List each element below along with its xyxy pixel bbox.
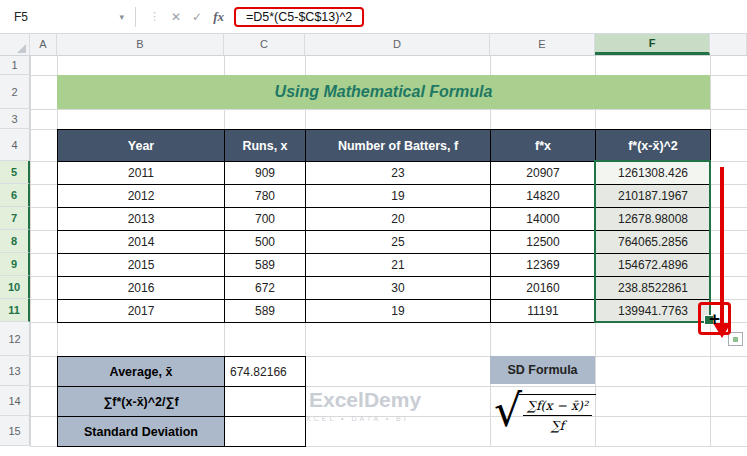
fill-cursor-icon: + xyxy=(709,309,720,328)
cell-B7[interactable]: 2013 xyxy=(58,208,225,231)
cell-F10[interactable]: 238.8522861 xyxy=(596,277,711,300)
cell-C6[interactable]: 780 xyxy=(225,185,306,208)
formula-text-highlighted: =D5*(C5-$C$13)^2 xyxy=(234,7,364,27)
row-header-5[interactable]: 5 xyxy=(0,161,30,184)
data-table: Year Runs, x Number of Batters, f f*x f*… xyxy=(57,129,711,323)
row-header-13[interactable]: 13 xyxy=(0,356,30,386)
exceldemy-watermark: ExcelDemy EXCEL • DATA • BI xyxy=(286,388,421,422)
row-header-12[interactable]: 12 xyxy=(0,322,30,356)
cell-F11[interactable]: 139941.7763 xyxy=(596,300,711,323)
column-header-e[interactable]: E xyxy=(490,33,595,55)
header-f-x-xbar-sq[interactable]: f*(x-x̄)^2 xyxy=(596,130,711,162)
chevron-down-icon[interactable]: ▾ xyxy=(119,12,124,22)
watermark-tagline: EXCEL • DATA • BI xyxy=(298,415,408,422)
cell-B5[interactable]: 2011 xyxy=(58,162,225,185)
gridline xyxy=(30,55,31,446)
cell-B13-average-label[interactable]: Average, x̄ xyxy=(58,357,225,387)
cell-C8[interactable]: 500 xyxy=(225,231,306,254)
cell-E5[interactable]: 20907 xyxy=(491,162,596,185)
row-header-15[interactable]: 15 xyxy=(0,416,30,446)
corner-triangle-icon xyxy=(17,44,26,53)
name-box[interactable]: F5 ▾ xyxy=(6,5,132,29)
row-header-8[interactable]: 8 xyxy=(0,230,30,253)
cell-E8[interactable]: 12500 xyxy=(491,231,596,254)
cell-B8[interactable]: 2014 xyxy=(58,231,225,254)
summary-table: Average, x̄ 674.82166 ∑f*(x-x̄)^2/∑f Sta… xyxy=(57,356,306,447)
cancel-icon[interactable]: ✕ xyxy=(171,10,181,24)
cell-E6[interactable]: 14820 xyxy=(491,185,596,208)
cell-D6[interactable]: 19 xyxy=(306,185,491,208)
select-all-corner[interactable] xyxy=(0,33,30,55)
cell-C5[interactable]: 909 xyxy=(225,162,306,185)
sheet-body[interactable]: 123456789101112131415 Using Mathematical… xyxy=(0,55,747,456)
row-header-3[interactable]: 3 xyxy=(0,109,30,129)
column-header-filler xyxy=(710,33,747,55)
cell-F5-active[interactable]: 1261308.426 xyxy=(596,162,711,185)
cell-D9[interactable]: 21 xyxy=(306,254,491,277)
row-header-9[interactable]: 9 xyxy=(0,253,30,276)
column-header-row: A B C D E F xyxy=(0,33,747,56)
cell-F9[interactable]: 154672.4896 xyxy=(596,254,711,277)
cell-D11[interactable]: 19 xyxy=(306,300,491,323)
cell-B10[interactable]: 2016 xyxy=(58,277,225,300)
formula-bar: F5 ▾ ⋮ ✕ ✓ fx =D5*(C5-$C$13)^2 xyxy=(0,0,747,34)
cell-E9[interactable]: 12369 xyxy=(491,254,596,277)
equation-denominator: ∑f xyxy=(551,416,565,433)
divider xyxy=(135,7,136,27)
cell-D7[interactable]: 20 xyxy=(306,208,491,231)
cell-C9[interactable]: 589 xyxy=(225,254,306,277)
cell-F6[interactable]: 210187.1967 xyxy=(596,185,711,208)
cell-B15-stdev-label[interactable]: Standard Deviation xyxy=(58,417,225,447)
column-header-b[interactable]: B xyxy=(57,33,224,55)
row-header-11[interactable]: 11 xyxy=(0,299,30,322)
cell-E13-sd-formula-label[interactable]: SD Formula xyxy=(490,356,595,384)
column-header-d[interactable]: D xyxy=(305,33,490,55)
cell-F7[interactable]: 12678.98008 xyxy=(596,208,711,231)
gridline xyxy=(30,109,747,110)
column-header-f-selected[interactable]: F xyxy=(595,33,710,55)
equation-numerator: ∑f(x − x̄)² xyxy=(523,398,592,416)
cell-C7[interactable]: 700 xyxy=(225,208,306,231)
watermark-name: ExcelDemy xyxy=(309,388,421,412)
row-header-6[interactable]: 6 xyxy=(0,184,30,207)
header-fx[interactable]: f*x xyxy=(491,130,596,162)
row-header-7[interactable]: 7 xyxy=(0,207,30,230)
sd-equation-object[interactable]: √ ∑f(x − x̄)² ∑f xyxy=(494,391,596,433)
cell-D10[interactable]: 30 xyxy=(306,277,491,300)
header-year[interactable]: Year xyxy=(58,130,225,162)
row-header-14[interactable]: 14 xyxy=(0,386,30,416)
row-header-1[interactable]: 1 xyxy=(0,55,30,75)
formula-input[interactable]: =D5*(C5-$C$13)^2 xyxy=(234,7,747,27)
row-header-4[interactable]: 4 xyxy=(0,129,30,161)
radical-sign-icon: √ xyxy=(494,390,522,432)
column-header-a[interactable]: A xyxy=(30,33,57,55)
column-header-c[interactable]: C xyxy=(224,33,305,55)
cell-B14-variance-label[interactable]: ∑f*(x-x̄)^2/∑f xyxy=(58,387,225,417)
insert-function-icon[interactable]: fx xyxy=(213,9,224,25)
cell-C10[interactable]: 672 xyxy=(225,277,306,300)
cell-B6[interactable]: 2012 xyxy=(58,185,225,208)
cell-E7[interactable]: 14000 xyxy=(491,208,596,231)
grip-dots-icon: ⋮ xyxy=(149,10,160,23)
cell-C14-variance-value[interactable] xyxy=(225,387,306,417)
row-header-2[interactable]: 2 xyxy=(0,75,30,109)
cell-B9[interactable]: 2015 xyxy=(58,254,225,277)
header-batters[interactable]: Number of Batters, f xyxy=(306,130,491,162)
title-cell-merged[interactable]: Using Mathematical Formula xyxy=(57,75,710,109)
active-cell-reference: F5 xyxy=(14,10,28,24)
row-header-10[interactable]: 10 xyxy=(0,276,30,299)
cell-C11[interactable]: 589 xyxy=(225,300,306,323)
cell-B11[interactable]: 2017 xyxy=(58,300,225,323)
header-runs[interactable]: Runs, x xyxy=(225,130,306,162)
cell-C15-stdev-value[interactable] xyxy=(225,417,306,447)
cell-F8[interactable]: 764065.2856 xyxy=(596,231,711,254)
cell-C13-average-value[interactable]: 674.82166 xyxy=(225,357,306,387)
cell-E11[interactable]: 11191 xyxy=(491,300,596,323)
cell-D8[interactable]: 25 xyxy=(306,231,491,254)
enter-icon[interactable]: ✓ xyxy=(192,10,202,24)
fill-handle-annotation-box: + xyxy=(698,302,731,335)
cell-E10[interactable]: 20160 xyxy=(491,277,596,300)
cell-D5[interactable]: 23 xyxy=(306,162,491,185)
